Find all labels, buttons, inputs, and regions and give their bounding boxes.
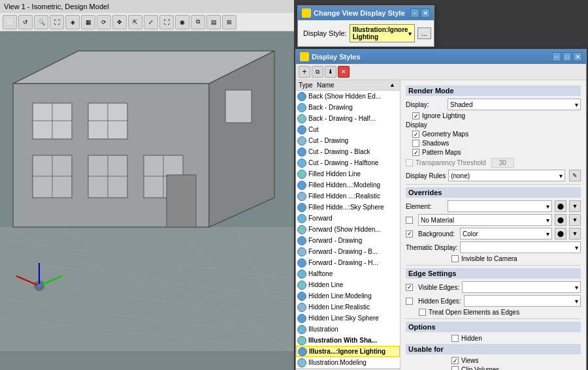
list-item[interactable]: Illustration With Sha... [296,335,400,346]
invisible-camera-checkbox[interactable] [451,255,459,262]
list-item[interactable]: Illustra...:Ignore Lighting [296,346,400,357]
display-rules-edit-btn[interactable]: ✎ [569,170,581,181]
visible-edges-dropdown[interactable]: ▾ [462,281,581,293]
ignore-lighting-checkbox[interactable] [412,112,419,119]
thematic-row: Thematic Display: ▾ [406,241,581,253]
list-item[interactable]: Back - Drawing - Half... [296,113,400,124]
geometry-maps-checkbox[interactable] [412,131,419,138]
list-item[interactable]: Cut [296,124,400,135]
ds-copy-btn[interactable]: ⧉ [312,66,323,78]
transparency-row: Transparency Threshold 30 [406,158,581,168]
list-item-name: Hidden Line:Realistic [308,303,370,311]
hidden-option-checkbox[interactable] [451,335,459,342]
ds-close-btn[interactable]: ✕ [573,52,582,61]
3d-viewport[interactable] [0,31,294,370]
cvds-minimize-btn[interactable]: ─ [410,8,419,18]
list-item[interactable]: Hidden Line:Realistic [296,301,400,313]
list-item-icon [297,147,306,157]
clip-volumes-checkbox[interactable] [451,366,459,370]
tb-btn-5[interactable]: ◈ [65,15,80,29]
tb-btn-12[interactable]: ◉ [175,15,189,29]
transparency-value: 30 [491,158,514,168]
ds-list[interactable]: Back (Show Hidden Ed...Back - DrawingBac… [296,91,400,368]
tb-btn-10[interactable]: ⤢ [144,15,158,29]
list-item[interactable]: Cut - Drawing - Halftone [296,157,400,168]
tb-btn-13[interactable]: ⧉ [191,15,205,29]
list-item[interactable]: Filled Hidden ...:Realistic [296,191,400,202]
list-item[interactable]: Forward - Drawing [296,235,400,246]
ds-win-controls: ─ □ ✕ [552,52,582,61]
display2-prop-label: Display [406,121,445,129]
thematic-dropdown[interactable]: ▾ [460,241,581,253]
tb-btn-2[interactable]: ↺ [18,15,33,29]
treat-open-checkbox[interactable] [419,309,426,316]
tb-btn-4[interactable]: ⛶ [50,15,64,29]
list-item[interactable]: Forward (Show Hidden... [296,224,400,235]
tb-btn-14[interactable]: ▤ [206,15,221,29]
element-dropdown[interactable]: ▾ [448,200,552,212]
list-item[interactable]: Hidden Line:Modeling [296,290,400,301]
no-material-more-btn[interactable]: ▼ [569,214,581,226]
list-item[interactable]: Filled Hidden Line [296,168,400,179]
no-material-dropdown[interactable]: No Material ▾ [418,214,552,226]
display-style-dropdown[interactable]: Illustration:Ignore Lighting ▾ [350,24,415,42]
list-item[interactable]: Forward [296,213,400,224]
tb-btn-3[interactable]: 🔍 [34,15,48,29]
hidden-edges-dropdown[interactable]: ▾ [464,295,581,307]
divider-1 [406,184,581,185]
tb-btn-15[interactable]: ⊞ [222,15,237,29]
list-item[interactable]: Hidden Line [296,279,400,290]
ds-minimize-btn[interactable]: ─ [552,52,561,61]
no-material-edit-btn[interactable]: ⬤ [555,214,566,226]
list-item[interactable]: Back (Show Hidden Ed... [296,91,400,102]
list-item-name: Halftone [308,270,333,277]
tb-btn-11[interactable]: ⛶ [159,15,174,29]
tb-btn-9[interactable]: ⇱ [128,15,142,29]
visible-edges-checkbox[interactable] [406,284,413,291]
ds-add-btn[interactable]: + [299,66,310,78]
pattern-maps-row: Pattern Maps [406,149,581,156]
ds-import-btn[interactable]: ⬇ [325,66,336,78]
display-prop-dropdown[interactable]: Shaded ▾ [448,99,581,110]
element-label: Element: [406,203,445,210]
tb-btn-8[interactable]: ✥ [112,15,127,29]
list-item[interactable]: Filled Hidden...:Modeling [296,179,400,191]
tb-btn-1[interactable]: ⬜ [3,15,17,29]
list-item-name: Hidden Line:Sky Sphere [308,315,379,322]
invisible-camera-row: Invisible to Camera [406,255,581,262]
tb-btn-7[interactable]: ⟳ [97,15,111,29]
display-style-label: Display Style: [303,29,347,37]
no-material-row: No Material ▾ ⬤ ▼ [406,214,581,226]
display-rules-dropdown[interactable]: (none) ▾ [448,170,565,181]
shadows-checkbox[interactable] [412,140,419,147]
tb-btn-6[interactable]: ▦ [81,15,95,29]
list-item[interactable]: Illustration [296,324,400,335]
display-rules-label: Display Rules [406,172,446,179]
list-item[interactable]: Illustration:Modeling [296,357,400,368]
list-item[interactable]: Cut - Drawing [296,135,400,146]
list-item[interactable]: Filled Hidde...:Sky Sphere [296,202,400,213]
no-material-checkbox[interactable] [406,217,413,224]
background-checkbox[interactable] [406,230,413,238]
element-edit-btn[interactable]: ⬤ [555,200,566,212]
list-item[interactable]: Cut - Drawing - Black [296,146,400,157]
pattern-maps-checkbox[interactable] [412,149,419,156]
list-item[interactable]: Halftone [296,268,400,279]
list-item[interactable]: Hidden Line:Sky Sphere [296,313,400,324]
element-more-btn[interactable]: ▼ [569,200,581,212]
list-item[interactable]: Back - Drawing [296,102,400,113]
list-item-name: Back - Drawing - Half... [308,115,376,122]
views-checkbox[interactable] [451,357,459,364]
hidden-edges-checkbox[interactable] [406,298,413,305]
list-item[interactable]: Forward - Drawing - B... [296,246,400,257]
ds-delete-btn[interactable]: ✕ [338,66,350,78]
ds-maximize-btn[interactable]: □ [563,52,572,61]
transparency-checkbox[interactable] [406,159,413,166]
background-dropdown[interactable]: Color ▾ [460,228,552,239]
list-item[interactable]: Forward - Drawing - H... [296,257,400,268]
background-edit-btn[interactable]: ⬤ [555,228,566,239]
cvds-close-btn[interactable]: ✕ [421,8,430,18]
visible-edges-row: Visible Edges: ▾ [406,281,581,293]
cvds-more-btn[interactable]: ... [417,27,431,39]
background-more-btn[interactable]: ▼ [569,228,581,239]
